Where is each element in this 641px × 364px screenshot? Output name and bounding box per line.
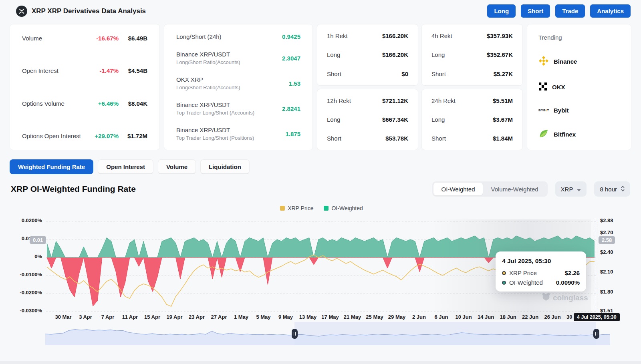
- stat-label: Options Volume: [22, 100, 87, 107]
- rekt-long-row: Long$352.67K: [431, 51, 513, 58]
- tooltip-row-oi: OI-Weighted0.0090%: [502, 279, 580, 286]
- trending-item-bitfinex[interactable]: Bitfinex: [538, 129, 620, 140]
- price-dot-icon: [502, 271, 506, 275]
- tab-open-interest[interactable]: Open Interest: [98, 159, 153, 174]
- ls-sublabel: Long/Short Ratio(Accounts): [176, 84, 289, 90]
- x-axis-label: 26 Jun: [544, 314, 560, 320]
- x-axis-label: 15 Apr: [144, 314, 160, 320]
- tooltip-label: XRP Price: [509, 269, 537, 276]
- chart-legend: XRP Price OI-Weighted: [46, 205, 597, 211]
- ls-row: Long/Short (24h)0.9425: [176, 33, 300, 40]
- rekt-long-row: Long$667.34K: [327, 116, 408, 123]
- rekt-long-value: $3.67M: [493, 116, 513, 123]
- ls-value: 1.875: [285, 131, 300, 137]
- x-axis-label: 19 Apr: [167, 314, 183, 320]
- chart-controls: OI-Weighted Volume-Weighted XRP 8 hour: [432, 181, 630, 197]
- stat-label: Volume: [22, 35, 87, 42]
- up-down-icon: [621, 186, 625, 193]
- x-axis-label: 14 Jun: [478, 314, 494, 320]
- rekt-long-value: $667.34K: [382, 116, 408, 123]
- ls-sublabel: Top Trader Long/Short (Positions): [176, 135, 285, 141]
- page-title: XRP XRP Derivatives Data Analysis: [32, 7, 146, 15]
- navigator-left-handle[interactable]: [292, 329, 298, 339]
- analytics-button[interactable]: Analytics: [590, 4, 631, 18]
- rekt-short-row: Short$5.27K: [431, 70, 513, 77]
- binance-icon: [538, 56, 549, 67]
- legend-swatch-oi: [324, 206, 329, 211]
- legend-label: OI-Weighted: [331, 205, 363, 211]
- ls-value: 2.3047: [282, 55, 300, 62]
- oi-dot-icon: [502, 281, 506, 285]
- x-axis-label: 21 May: [344, 314, 361, 320]
- legend-oi-weighted[interactable]: OI-Weighted: [324, 205, 363, 211]
- navigator-right-handle[interactable]: [593, 329, 599, 339]
- rekt-total-row: 12h Rekt$721.12K: [327, 97, 408, 104]
- ls-label: Binance XRP/USDTTop Trader Long/Short (P…: [176, 127, 285, 141]
- ls-label: Binance XRP/USDTLong/Short Ratio(Account…: [176, 51, 282, 65]
- ls-value: 2.8241: [282, 105, 300, 112]
- tab-weighted-funding-rate[interactable]: Weighted Funding Rate: [10, 159, 93, 174]
- x-axis-date-badge: 4 Jul 2025, 05:30: [574, 313, 620, 321]
- rekt-title: 1h Rekt: [327, 32, 348, 39]
- ls-value: 0.9425: [282, 33, 300, 40]
- rekt-long-label: Long: [327, 51, 340, 58]
- trending-card: Trending Binance OKX BYBIT Bybit Bitfine…: [527, 24, 631, 150]
- rekt-short-row: Short$0: [327, 70, 408, 77]
- ls-value: 1.53: [289, 80, 300, 87]
- y-axis-tick: $2.88: [600, 217, 613, 224]
- ls-sublabel: Long/Short Ratio(Accounts): [176, 59, 282, 65]
- x-axis-label: 1 May: [234, 314, 248, 320]
- trending-item-binance[interactable]: Binance: [538, 56, 620, 67]
- stat-row-options-oi: Options Open Interest+29.07%$1.72M: [22, 133, 147, 139]
- x-axis-label: 22 Jun: [522, 314, 538, 320]
- watermark-text: coinglass: [553, 294, 588, 302]
- interval-select[interactable]: 8 hour: [594, 181, 630, 197]
- rekt-total-row: 24h Rekt$5.51M: [431, 97, 513, 104]
- rekt-short-label: Short: [327, 70, 341, 77]
- trending-item-bybit[interactable]: BYBIT Bybit: [538, 107, 620, 114]
- rekt-card-12h: 12h Rekt$721.12K Long$667.34K Short$53.7…: [317, 89, 418, 151]
- trending-item-label: Bitfinex: [554, 131, 576, 138]
- stat-change: -16.67%: [87, 35, 119, 42]
- oi-weighted-option[interactable]: OI-Weighted: [433, 183, 483, 195]
- long-button[interactable]: Long: [487, 4, 516, 18]
- coin-select[interactable]: XRP: [555, 181, 587, 197]
- price-current-badge: 2.58: [599, 236, 615, 244]
- stat-label: Open Interest: [22, 67, 87, 74]
- stat-value: $1.72M: [119, 133, 147, 139]
- x-axis-label: 2 Jun: [412, 314, 426, 320]
- x-axis-label: 27 Apr: [211, 314, 227, 320]
- trending-item-label: Binance: [554, 58, 577, 65]
- rekt-long-row: Long$166.20K: [327, 51, 408, 58]
- tooltip-value: 0.0090%: [556, 279, 580, 286]
- bitfinex-icon: [538, 129, 549, 140]
- legend-xrp-price[interactable]: XRP Price: [280, 205, 313, 211]
- rekt-short-value: $1.84M: [493, 135, 513, 142]
- x-axis-label: 29 May: [388, 314, 405, 320]
- y-axis-tick: -0.0100%: [6, 271, 42, 278]
- tab-volume[interactable]: Volume: [158, 159, 196, 174]
- x-axis-label: 6 Jun: [435, 314, 448, 320]
- y-axis-tick: 0%: [6, 253, 42, 260]
- stat-row-volume: Volume-16.67%$6.49B: [22, 35, 147, 42]
- tab-liquidation[interactable]: Liquidation: [200, 159, 250, 174]
- y-axis-tick: -0.0200%: [6, 290, 42, 296]
- trade-button[interactable]: Trade: [555, 4, 585, 18]
- ls-label: Binance XRP/USDTTop Trader Long/Short (A…: [176, 101, 282, 116]
- crosshair-line: [596, 218, 596, 321]
- rekt-title: 12h Rekt: [327, 97, 351, 104]
- trending-title: Trending: [538, 34, 620, 41]
- trending-item-okx[interactable]: OKX: [538, 82, 620, 92]
- volume-weighted-option[interactable]: Volume-Weighted: [483, 183, 546, 195]
- x-axis-label: 25 May: [366, 314, 383, 320]
- chart-navigator[interactable]: [45, 322, 610, 345]
- rekt-long-label: Long: [327, 116, 340, 123]
- okx-icon: [538, 82, 547, 92]
- chart-tabs: Weighted Funding Rate Open Interest Volu…: [10, 159, 631, 174]
- short-button[interactable]: Short: [521, 4, 550, 18]
- rekt-total: $357.93K: [487, 32, 513, 39]
- y-axis-tick: 0.0200%: [6, 217, 42, 224]
- x-axis-label: 3 Apr: [79, 314, 92, 320]
- ls-row: Binance XRP/USDTLong/Short Ratio(Account…: [176, 51, 300, 65]
- rekt-short-label: Short: [431, 135, 446, 142]
